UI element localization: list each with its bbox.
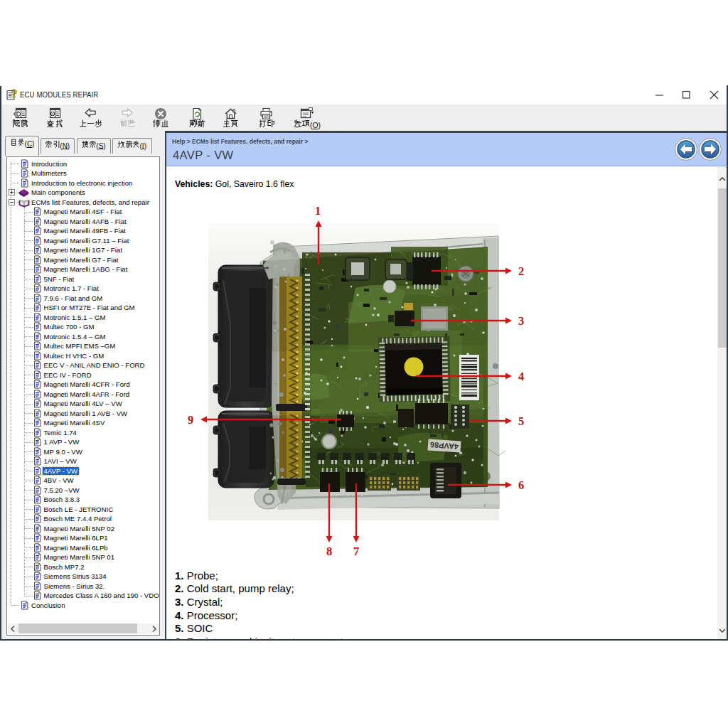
svg-text:1: 1 (315, 204, 321, 218)
svg-text:4: 4 (518, 370, 524, 383)
svg-text:6: 6 (518, 478, 524, 492)
svg-text:9: 9 (188, 413, 193, 427)
svg-text:8: 8 (326, 545, 332, 558)
svg-text:7: 7 (353, 545, 359, 558)
svg-text:?: ? (11, 89, 17, 100)
svg-text:2: 2 (518, 264, 524, 278)
svg-text:5: 5 (518, 414, 524, 428)
svg-text:3: 3 (518, 314, 524, 328)
